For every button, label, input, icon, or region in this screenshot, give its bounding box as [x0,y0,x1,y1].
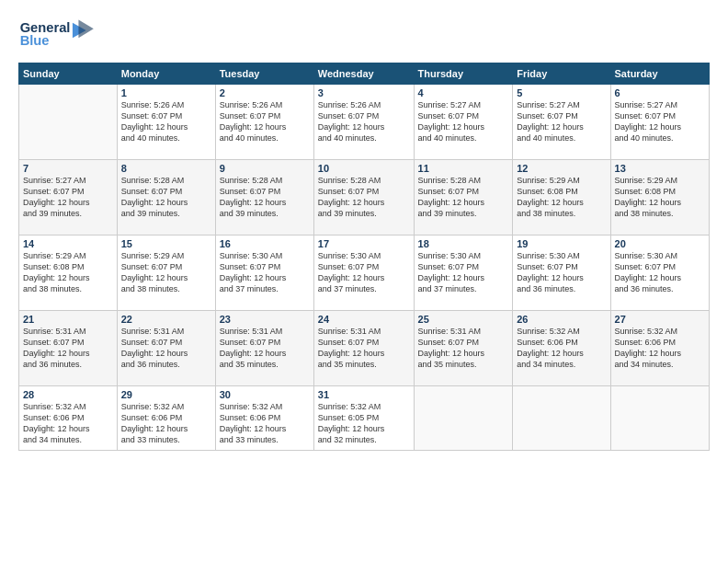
weekday-header-thursday: Thursday [414,63,513,84]
calendar-cell: 30Sunrise: 5:32 AMSunset: 6:06 PMDayligh… [215,385,313,450]
day-info: Sunrise: 5:32 AMSunset: 6:06 PMDaylight:… [121,401,211,446]
calendar-cell: 19Sunrise: 5:30 AMSunset: 6:07 PMDayligh… [513,235,610,310]
week-row-5: 28Sunrise: 5:32 AMSunset: 6:06 PMDayligh… [19,385,710,450]
day-info: Sunrise: 5:26 AMSunset: 6:07 PMDaylight:… [318,99,410,144]
day-info: Sunrise: 5:31 AMSunset: 6:07 PMDaylight:… [418,326,509,371]
day-number: 24 [318,314,410,325]
weekday-header-saturday: Saturday [610,63,709,84]
weekday-header-tuesday: Tuesday [215,63,313,84]
calendar-cell: 11Sunrise: 5:28 AMSunset: 6:07 PMDayligh… [414,159,513,235]
day-number: 30 [220,389,310,400]
day-info: Sunrise: 5:31 AMSunset: 6:07 PMDaylight:… [318,326,410,371]
day-number: 26 [517,314,606,325]
calendar-cell: 6Sunrise: 5:27 AMSunset: 6:07 PMDaylight… [610,84,709,159]
calendar-cell: 7Sunrise: 5:27 AMSunset: 6:07 PMDaylight… [19,159,118,235]
week-row-3: 14Sunrise: 5:29 AMSunset: 6:08 PMDayligh… [19,235,710,310]
day-number: 23 [220,314,310,325]
day-number: 4 [418,87,509,98]
day-info: Sunrise: 5:29 AMSunset: 6:08 PMDaylight:… [23,250,113,295]
day-number: 25 [418,314,509,325]
day-info: Sunrise: 5:30 AMSunset: 6:07 PMDaylight:… [318,250,410,295]
day-info: Sunrise: 5:32 AMSunset: 6:06 PMDaylight:… [220,401,310,446]
calendar-cell: 12Sunrise: 5:29 AMSunset: 6:08 PMDayligh… [513,159,610,235]
day-number: 8 [121,163,211,174]
calendar-cell: 8Sunrise: 5:28 AMSunset: 6:07 PMDaylight… [117,159,215,235]
calendar-cell: 27Sunrise: 5:32 AMSunset: 6:06 PMDayligh… [610,310,709,385]
calendar-cell: 10Sunrise: 5:28 AMSunset: 6:07 PMDayligh… [313,159,414,235]
day-info: Sunrise: 5:31 AMSunset: 6:07 PMDaylight:… [220,326,310,371]
calendar-cell: 18Sunrise: 5:30 AMSunset: 6:07 PMDayligh… [414,235,513,310]
day-info: Sunrise: 5:30 AMSunset: 6:07 PMDaylight:… [418,250,509,295]
calendar-cell: 31Sunrise: 5:32 AMSunset: 6:05 PMDayligh… [313,385,414,450]
page: General Blue SundayMondayTuesdayWednesda… [0,0,728,563]
calendar-cell: 22Sunrise: 5:31 AMSunset: 6:07 PMDayligh… [117,310,215,385]
day-number: 6 [615,87,705,98]
day-number: 18 [418,238,509,249]
svg-text:Blue: Blue [20,33,50,48]
day-number: 7 [23,163,113,174]
day-info: Sunrise: 5:30 AMSunset: 6:07 PMDaylight:… [615,250,705,295]
week-row-4: 21Sunrise: 5:31 AMSunset: 6:07 PMDayligh… [19,310,710,385]
calendar-cell: 23Sunrise: 5:31 AMSunset: 6:07 PMDayligh… [215,310,313,385]
day-info: Sunrise: 5:29 AMSunset: 6:07 PMDaylight:… [121,250,211,295]
day-number: 14 [23,238,113,249]
weekday-header-wednesday: Wednesday [313,63,414,84]
calendar-cell: 15Sunrise: 5:29 AMSunset: 6:07 PMDayligh… [117,235,215,310]
day-number: 15 [121,238,211,249]
svg-text:General: General [20,20,71,35]
calendar-cell: 20Sunrise: 5:30 AMSunset: 6:07 PMDayligh… [610,235,709,310]
day-info: Sunrise: 5:28 AMSunset: 6:07 PMDaylight:… [418,175,509,220]
day-info: Sunrise: 5:26 AMSunset: 6:07 PMDaylight:… [220,99,310,144]
day-number: 13 [615,163,705,174]
day-number: 17 [318,238,410,249]
day-info: Sunrise: 5:27 AMSunset: 6:07 PMDaylight:… [23,175,113,220]
calendar-cell: 29Sunrise: 5:32 AMSunset: 6:06 PMDayligh… [117,385,215,450]
day-info: Sunrise: 5:28 AMSunset: 6:07 PMDaylight:… [220,175,310,220]
calendar-cell: 9Sunrise: 5:28 AMSunset: 6:07 PMDaylight… [215,159,313,235]
day-number: 22 [121,314,211,325]
week-row-2: 7Sunrise: 5:27 AMSunset: 6:07 PMDaylight… [19,159,710,235]
day-info: Sunrise: 5:26 AMSunset: 6:07 PMDaylight:… [121,99,211,144]
day-info: Sunrise: 5:32 AMSunset: 6:05 PMDaylight:… [318,401,410,446]
day-number: 16 [220,238,310,249]
calendar-cell [610,385,709,450]
day-info: Sunrise: 5:31 AMSunset: 6:07 PMDaylight:… [121,326,211,371]
day-number: 9 [220,163,310,174]
day-info: Sunrise: 5:28 AMSunset: 6:07 PMDaylight:… [121,175,211,220]
calendar-cell: 26Sunrise: 5:32 AMSunset: 6:06 PMDayligh… [513,310,610,385]
weekday-header-sunday: Sunday [19,63,118,84]
day-number: 29 [121,389,211,400]
calendar-cell: 4Sunrise: 5:27 AMSunset: 6:07 PMDaylight… [414,84,513,159]
calendar-cell: 16Sunrise: 5:30 AMSunset: 6:07 PMDayligh… [215,235,313,310]
day-number: 1 [121,87,211,98]
day-number: 31 [318,389,410,400]
calendar-cell: 1Sunrise: 5:26 AMSunset: 6:07 PMDaylight… [117,84,215,159]
day-info: Sunrise: 5:31 AMSunset: 6:07 PMDaylight:… [23,326,113,371]
calendar-cell: 3Sunrise: 5:26 AMSunset: 6:07 PMDaylight… [313,84,414,159]
day-info: Sunrise: 5:30 AMSunset: 6:07 PMDaylight:… [220,250,310,295]
day-info: Sunrise: 5:27 AMSunset: 6:07 PMDaylight:… [517,99,606,144]
day-info: Sunrise: 5:32 AMSunset: 6:06 PMDaylight:… [517,326,606,371]
weekday-header-friday: Friday [513,63,610,84]
day-number: 11 [418,163,509,174]
day-number: 3 [318,87,410,98]
logo: General Blue [18,14,110,55]
day-info: Sunrise: 5:32 AMSunset: 6:06 PMDaylight:… [615,326,705,371]
day-info: Sunrise: 5:29 AMSunset: 6:08 PMDaylight:… [615,175,705,220]
calendar-cell [19,84,118,159]
weekday-header-monday: Monday [117,63,215,84]
day-info: Sunrise: 5:30 AMSunset: 6:07 PMDaylight:… [517,250,606,295]
calendar-cell: 14Sunrise: 5:29 AMSunset: 6:08 PMDayligh… [19,235,118,310]
day-info: Sunrise: 5:28 AMSunset: 6:07 PMDaylight:… [318,175,410,220]
calendar-cell [513,385,610,450]
day-info: Sunrise: 5:32 AMSunset: 6:06 PMDaylight:… [23,401,113,446]
day-info: Sunrise: 5:27 AMSunset: 6:07 PMDaylight:… [615,99,705,144]
day-number: 27 [615,314,705,325]
day-number: 10 [318,163,410,174]
day-number: 12 [517,163,606,174]
day-number: 19 [517,238,606,249]
header: General Blue [18,14,710,55]
calendar-cell: 2Sunrise: 5:26 AMSunset: 6:07 PMDaylight… [215,84,313,159]
day-number: 28 [23,389,113,400]
week-row-1: 1Sunrise: 5:26 AMSunset: 6:07 PMDaylight… [19,84,710,159]
